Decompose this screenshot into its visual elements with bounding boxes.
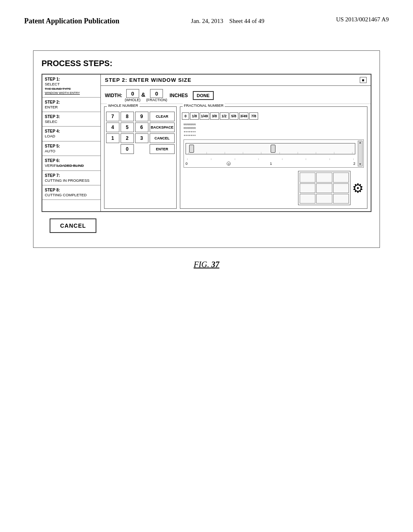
width-entry-row: WIDTH: 0 (WHOLE) & 0 [101,86,371,104]
frac-btn-1-8[interactable]: 1/8 [190,112,199,120]
cancel-main-button[interactable]: CANCEL [50,218,96,233]
frac-btn-3-49[interactable]: 3/49 [239,112,249,120]
step-1-label: STEP 1: [45,77,98,82]
number-entry-area: WHOLE NUMBER 7 8 9 CLEAR 4 5 6 BACKSPACE [101,104,371,211]
grid-cell-7 [300,194,315,204]
step-2-label: STEP 2: [45,100,98,105]
step-3-item[interactable]: STEP 3: SELEC [42,112,100,127]
step-5-desc: AUTO [45,149,98,154]
cutting-graphic: ⚙ [182,169,365,207]
whole-input[interactable]: 0 [126,89,139,98]
numpad-7[interactable]: 7 [106,112,119,121]
step-4-desc: LOAD [45,134,98,139]
done-button[interactable]: DONE [193,91,214,100]
step-6-item[interactable]: STEP 6: VERIFILOADED BLIND [42,156,100,171]
step-8-item[interactable]: STEP 8: CUTTING COMPLETED [42,185,100,200]
cutting-grid [298,171,350,205]
step-6-label: STEP 6: [45,158,98,163]
process-steps-title: PROCESS STEPS: [42,59,371,68]
step-7-desc: CUTTING IN PROGRESS [45,178,98,183]
numpad-enter[interactable]: ENTER [150,144,175,154]
texture-pattern: ≋≋≋≋≋≋≋ ≋≋≋≋≋≋≋ ✦✦✦✦✦✦✦ ✦✦✦✦✦✦✦ [182,122,365,138]
lower-ticks: ||| ||| || [186,158,355,160]
frac-btn-1-2[interactable]: 1/2 [220,112,229,120]
step-4-label: STEP 4: [45,129,98,134]
numpad: 7 8 9 CLEAR 4 5 6 BACKSPACE 1 2 3 [106,112,175,154]
ruler-numbers: 0 o 1 2 [186,162,355,166]
ruler-num-1: 1 [270,162,272,166]
pub-date: Jan. 24, 2013 [191,18,223,24]
figure-caption: FIG. 37 [194,260,219,269]
numpad-backspace[interactable]: BACKSPACE [150,123,175,132]
step-1-desc: SELECT [45,82,98,87]
machine-icon: ⚙ [352,182,364,195]
fraction-value: 0 [155,91,158,97]
grid-cell-8 [316,194,332,204]
grid-cell-2 [316,172,332,182]
step-2-item[interactable]: STEP 2: ENTER [42,98,100,112]
sheet-info: Sheet 44 of 49 [229,18,265,24]
step-4-item[interactable]: STEP 4: LOAD [42,127,100,141]
grid-cell-6 [333,183,349,193]
whole-value: 0 [131,91,134,97]
step-8-desc: CUTTING COMPLETED [45,193,98,197]
frac-btn-5-8[interactable]: 5/8 [229,112,238,120]
ruler-visual-area: | | | | | | | | | | [184,139,364,168]
ampersand: & [141,91,145,98]
scroll-up-icon[interactable]: ▲ [359,141,362,144]
fractional-number-title: FRACTIONAL NUMBER [183,104,225,108]
whole-number-title: WHOLE NUMBER [107,104,140,108]
numpad-3[interactable]: 3 [135,133,148,143]
fraction-sublabel: (FRACTION) [146,98,167,102]
frac-btn-0[interactable]: 0 [182,112,189,120]
numpad-cancel[interactable]: CANCEL [150,133,175,143]
whole-number-section: WHOLE NUMBER 7 8 9 CLEAR 4 5 6 BACKSPACE [104,106,177,209]
frac-btn-3-8[interactable]: 3/8 [210,112,219,120]
step-8-label: STEP 8: [45,187,98,193]
inches-label: INCHES [169,93,188,98]
ruler-num-2: 2 [353,162,355,166]
frac-btn-1-49[interactable]: 1/49 [200,112,209,120]
ruler-ticks: | | | | | | | | | | [186,152,355,154]
scroll-indicator[interactable]: ▲ ▼ [358,141,363,166]
step-7-item[interactable]: STEP 7: CUTTING IN PROGRESS [42,171,100,185]
diagram-container: PROCESS STEPS: STEP 1: SELECT THE BLIND … [33,50,380,248]
step-2-desc: ENTER [45,105,98,110]
numpad-1[interactable]: 1 [106,133,119,143]
scroll-down-icon[interactable]: ▼ [359,163,362,166]
publication-date-sheet: Jan. 24, 2013 Sheet 44 of 49 [191,16,265,26]
publication-title: Patent Application Publication [24,16,119,26]
fraction-buttons: 0 1/8 1/49 3/8 1/2 5/8 3/49 7/8 [182,112,365,120]
numpad-clear[interactable]: CLEAR [150,112,175,121]
step-5-item[interactable]: STEP 5: AUTO [42,141,100,156]
whole-sublabel: (WHOLE) [125,98,140,102]
fraction-input[interactable]: 0 [150,89,163,98]
main-content: PROCESS STEPS: STEP 1: SELECT THE BLIND … [0,34,413,281]
main-display: STEP 2: ENTER WINDOW SIZE ■ WIDTH: 0 (WH… [101,75,371,211]
step-1-extra: WINDOW WIDTH ENTRY [45,91,98,95]
numpad-5[interactable]: 5 [121,123,134,132]
numpad-6[interactable]: 6 [135,123,148,132]
ruler-num-space [311,162,314,166]
frac-btn-7-8[interactable]: 7/8 [249,112,258,120]
bottom-cancel-row: CANCEL [42,212,371,239]
numpad-9[interactable]: 9 [135,112,148,121]
grid-cell-1 [300,172,315,182]
steps-sidebar: STEP 1: SELECT THE BLIND TYPE WINDOW WID… [42,75,101,211]
publication-number: US 2013/0021467 A9 [336,16,389,23]
step-1-item[interactable]: STEP 1: SELECT THE BLIND TYPE WINDOW WID… [42,75,100,97]
step-3-label: STEP 3: [45,114,98,119]
step-5-label: STEP 5: [45,143,98,149]
ruler-track: | | | | | | | | | | [186,143,355,154]
numpad-2[interactable]: 2 [121,133,134,143]
step-7-label: STEP 7: [45,173,98,178]
page-header: Patent Application Publication Jan. 24, … [0,0,413,34]
grid-cell-3 [333,172,349,182]
numpad-4[interactable]: 4 [106,123,119,132]
numpad-8[interactable]: 8 [121,112,134,121]
step-3-desc: SELEC [45,119,98,124]
step2-title: STEP 2: ENTER WINDOW SIZE [105,77,192,83]
numpad-0[interactable]: 0 [121,144,134,154]
grid-cell-9 [333,194,349,204]
figure-prefix: FIG. 37 [194,260,219,269]
